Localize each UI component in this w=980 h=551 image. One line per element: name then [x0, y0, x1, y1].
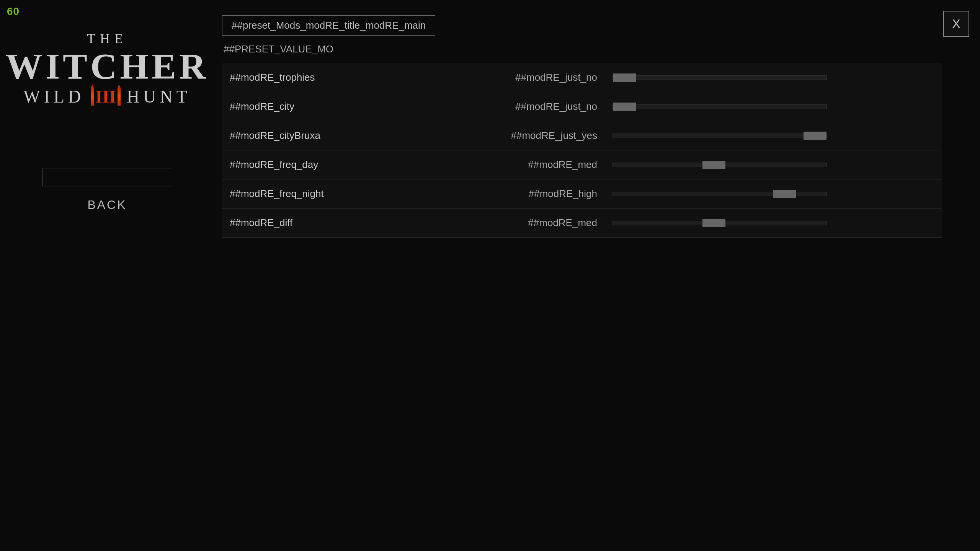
slider-thumb[interactable]: [613, 73, 636, 82]
setting-name: ##modRE_city: [230, 101, 490, 112]
back-button[interactable]: BACK: [87, 198, 127, 212]
setting-value: ##modRE_high: [490, 188, 612, 200]
slider-thumb[interactable]: [613, 103, 636, 111]
logo-wild-hunt-row: WILD III HUNT: [23, 86, 191, 107]
sword-right-icon: [118, 88, 121, 106]
logo-roman-numeral: III: [95, 88, 116, 106]
setting-value: ##modRE_just_no: [490, 72, 612, 83]
slider-thumb[interactable]: [702, 219, 725, 227]
logo-wild: WILD: [23, 86, 85, 107]
settings-list: ##modRE_trophies##modRE_just_no##modRE_c…: [222, 63, 942, 238]
setting-value: ##modRE_med: [490, 159, 612, 171]
logo-numeral: III: [91, 88, 121, 106]
slider-track[interactable]: [612, 104, 827, 109]
slider-thumb[interactable]: [773, 190, 796, 198]
setting-value: ##modRE_just_no: [490, 101, 612, 112]
setting-row[interactable]: ##modRE_diff##modRE_med: [222, 209, 942, 238]
setting-name: ##modRE_freq_day: [230, 159, 490, 171]
witcher-logo: THE WITCHER WILD III HUNT: [6, 31, 209, 107]
sword-left-icon: [91, 88, 94, 106]
close-button[interactable]: X: [943, 11, 969, 37]
setting-name: ##modRE_trophies: [230, 72, 490, 83]
slider-track[interactable]: [612, 221, 827, 225]
slider-track[interactable]: [612, 134, 827, 138]
setting-row[interactable]: ##modRE_trophies##modRE_just_no: [222, 63, 942, 92]
setting-row[interactable]: ##modRE_cityBruxa##modRE_just_yes: [222, 121, 942, 150]
right-panel: ##preset_Mods_modRE_title_modRE_main ##P…: [222, 15, 942, 238]
slider-thumb[interactable]: [702, 161, 725, 169]
setting-name: ##modRE_diff: [230, 217, 490, 229]
slider-thumb[interactable]: [804, 132, 826, 140]
logo-the: THE: [87, 31, 127, 47]
left-panel: THE WITCHER WILD III HUNT BACK: [0, 0, 214, 551]
slider-track[interactable]: [612, 163, 827, 167]
setting-row[interactable]: ##modRE_freq_day##modRE_med: [222, 150, 942, 179]
setting-name: ##modRE_cityBruxa: [230, 130, 490, 142]
slider-track[interactable]: [612, 192, 827, 196]
setting-row[interactable]: ##modRE_city##modRE_just_no: [222, 92, 942, 121]
logo-hunt: HUNT: [127, 86, 191, 107]
setting-value: ##modRE_just_yes: [490, 130, 612, 142]
logo-witcher: WITCHER: [6, 48, 209, 85]
setting-row[interactable]: ##modRE_freq_night##modRE_high: [222, 179, 942, 209]
preset-title: ##preset_Mods_modRE_title_modRE_main: [222, 15, 435, 36]
setting-name: ##modRE_freq_night: [230, 188, 490, 200]
search-input[interactable]: [42, 168, 172, 186]
setting-value: ##modRE_med: [490, 217, 612, 229]
slider-track[interactable]: [612, 75, 827, 80]
preset-value: ##PRESET_VALUE_MO: [222, 43, 942, 55]
